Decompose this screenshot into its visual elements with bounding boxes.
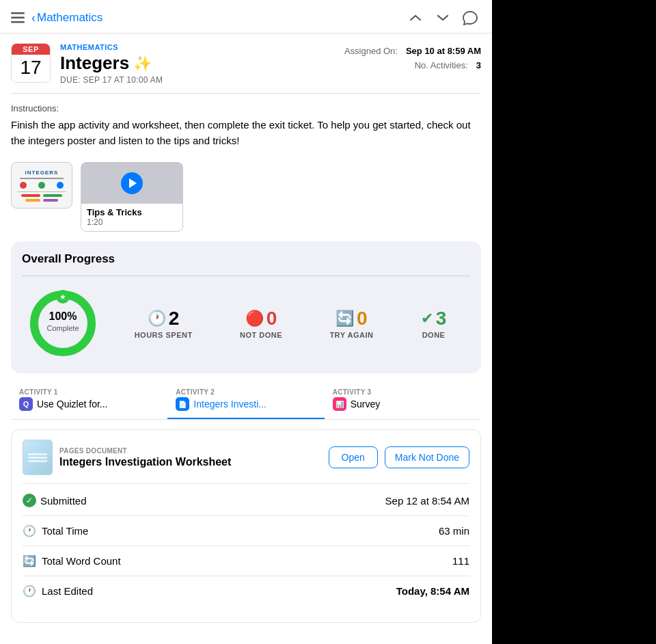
assigned-on-value: Sep 10 at 8:59 AM (406, 46, 481, 56)
last-edited-label: Last Edited (42, 585, 93, 597)
doc-type-label: PAGES DOCUMENT (59, 447, 231, 455)
num-activities-row: No. Activities: 3 (344, 60, 481, 70)
calendar-day: 17 (12, 55, 50, 82)
total-time-icon: 🕐 (23, 524, 36, 537)
instructions-text: Finish the app activity and worksheet, t… (11, 118, 481, 148)
donut-chart: ★ 100% Complete (22, 286, 104, 361)
submitted-date: Sep 12 at 8:54 AM (385, 495, 469, 507)
svg-rect-0 (11, 12, 25, 14)
back-label: Mathematics (37, 11, 102, 25)
instructions-label: Instructions: (11, 103, 481, 113)
svg-rect-1 (11, 17, 25, 19)
chat-button[interactable] (459, 7, 481, 29)
done-icon: ✔ (421, 310, 433, 327)
submitted-check-icon: ✓ (23, 494, 36, 507)
doc-line-3 (28, 460, 47, 462)
doc-line-2 (28, 457, 47, 459)
play-triangle (129, 178, 137, 188)
hours-value: 2 (169, 308, 180, 330)
last-edited-row: 🕐 Last Edited Today, 8:54 AM (23, 576, 469, 606)
activity-doc-left: PAGES DOCUMENT Integers Investigation Wo… (23, 440, 231, 475)
nav-left: ‹ Mathematics (8, 8, 102, 27)
due-date: DUE: SEP 17 AT 10:00 AM (60, 75, 163, 85)
not-done-value: 0 (266, 308, 277, 330)
assignment-header: SEP 17 MATHEMATICS Integers ✨ DUE: SEP 1… (0, 33, 492, 93)
last-edited-left: 🕐 Last Edited (23, 585, 93, 598)
assignment-meta: Assigned On: Sep 10 at 8:59 AM No. Activ… (344, 43, 481, 70)
video-meta: Tips & Tricks 1:20 (81, 204, 182, 231)
activity-2-icon: 📄 (176, 397, 189, 411)
instructions-section: Instructions: Finish the app activity an… (0, 94, 492, 155)
assignment-left: SEP 17 MATHEMATICS Integers ✨ DUE: SEP 1… (11, 43, 163, 85)
activity-1-label: ACTIVITY 1 (19, 388, 159, 396)
subject-label: MATHEMATICS (60, 43, 163, 51)
video-thumb[interactable]: Tips & Tricks 1:20 (81, 162, 183, 232)
submission-row: ✓ Submitted Sep 12 at 8:54 AM (23, 483, 469, 515)
back-chevron-icon: ‹ (31, 11, 36, 25)
sparkle-icon: ✨ (133, 55, 152, 72)
activity-2-name: Integers Investi... (193, 399, 266, 410)
activities-section: ACTIVITY 1 Q Use Quizlet for... ACTIVITY… (11, 383, 481, 623)
activity-detail-card: PAGES DOCUMENT Integers Investigation Wo… (11, 429, 481, 623)
detail-stats: 🕐 Total Time 63 min 🔄 Total Word Count 1… (23, 515, 469, 613)
doc-line-1 (28, 453, 47, 455)
activity-3-label: ACTIVITY 3 (333, 388, 473, 396)
total-time-left: 🕐 Total Time (23, 524, 88, 537)
try-again-label: TRY AGAIN (329, 331, 373, 339)
back-button[interactable]: ‹ Mathematics (31, 11, 102, 25)
progress-title: Overall Progress (22, 252, 470, 266)
mark-not-done-button[interactable]: Mark Not Done (385, 446, 469, 468)
stats-row: 🕐 2 HOURS SPENT 🔴 0 NOT DONE 🔄 0 (104, 308, 470, 339)
activity-doc-buttons: Open Mark Not Done (329, 446, 469, 468)
done-value: 3 (436, 308, 447, 330)
activity-doc-row: PAGES DOCUMENT Integers Investigation Wo… (23, 440, 469, 475)
last-edited-value: Today, 8:54 AM (396, 585, 469, 597)
svg-text:100%: 100% (49, 310, 77, 322)
word-count-label: Total Word Count (42, 555, 121, 567)
assigned-on-label: Assigned On: (344, 46, 398, 56)
done-label: DONE (422, 331, 446, 339)
activity-3-name: Survey (351, 399, 381, 410)
word-count-left: 🔄 Total Word Count (23, 554, 121, 567)
try-again-value: 0 (357, 308, 368, 330)
progress-section: Overall Progress ★ 100% Complete (11, 241, 481, 373)
clock-icon: 🕐 (148, 310, 166, 327)
stat-not-done: 🔴 0 NOT DONE (240, 308, 282, 339)
activity-tab-1[interactable]: ACTIVITY 1 Q Use Quizlet for... (11, 383, 167, 419)
main-panel: ‹ Mathematics (0, 0, 492, 644)
activity-2-content: 📄 Integers Investi... (176, 397, 316, 411)
stat-try-again-row: 🔄 0 (336, 308, 368, 330)
sidebar-toggle-button[interactable] (8, 8, 27, 27)
svg-rect-2 (11, 21, 25, 23)
stat-done-row: ✔ 3 (421, 308, 447, 330)
assignment-title-text: Integers (60, 53, 129, 74)
chevron-down-button[interactable] (432, 7, 454, 29)
activity-tab-2[interactable]: ACTIVITY 2 📄 Integers Investi... (167, 383, 324, 419)
doc-thumbnail (23, 440, 53, 475)
word-count-row: 🔄 Total Word Count 111 (23, 546, 469, 576)
activity-1-name: Use Quizlet for... (37, 399, 107, 410)
stat-hours-spent: 🕐 2 HOURS SPENT (135, 308, 193, 339)
activity-2-label: ACTIVITY 2 (176, 388, 316, 396)
svg-text:Complete: Complete (46, 324, 79, 332)
assigned-on-row: Assigned On: Sep 10 at 8:59 AM (344, 46, 481, 56)
last-edited-icon: 🕐 (23, 585, 36, 598)
chevron-up-button[interactable] (405, 7, 426, 29)
activity-tab-3[interactable]: ACTIVITY 3 📊 Survey (325, 383, 481, 419)
word-count-value: 111 (452, 555, 469, 567)
stat-not-done-row: 🔴 0 (245, 308, 277, 330)
video-duration: 1:20 (87, 217, 177, 227)
play-icon (121, 172, 143, 194)
integers-poster-thumb[interactable]: INTEGERS (11, 162, 72, 209)
nav-right (405, 7, 481, 29)
hours-label: HOURS SPENT (135, 331, 193, 339)
poster-title: INTEGERS (25, 170, 59, 176)
svg-text:★: ★ (59, 293, 66, 301)
activities-tabs: ACTIVITY 1 Q Use Quizlet for... ACTIVITY… (11, 383, 481, 420)
word-count-icon: 🔄 (23, 554, 36, 567)
total-time-label: Total Time (42, 525, 88, 537)
submitted-label: Submitted (40, 495, 87, 507)
num-activities-label: No. Activities: (415, 60, 468, 70)
stat-hours-row: 🕐 2 (148, 308, 180, 330)
open-button[interactable]: Open (329, 446, 378, 468)
